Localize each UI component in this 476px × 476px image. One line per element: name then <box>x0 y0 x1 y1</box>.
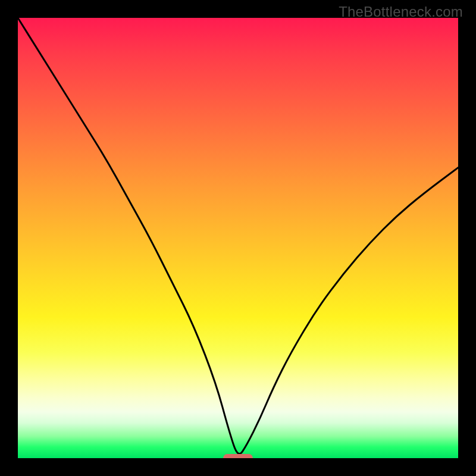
watermark-text: TheBottleneck.com <box>339 4 463 20</box>
chart-frame: TheBottleneck.com <box>0 0 476 476</box>
plot-area <box>18 18 458 458</box>
bottleneck-curve <box>18 18 458 458</box>
optimum-marker <box>223 454 253 458</box>
curve-path <box>18 18 458 454</box>
